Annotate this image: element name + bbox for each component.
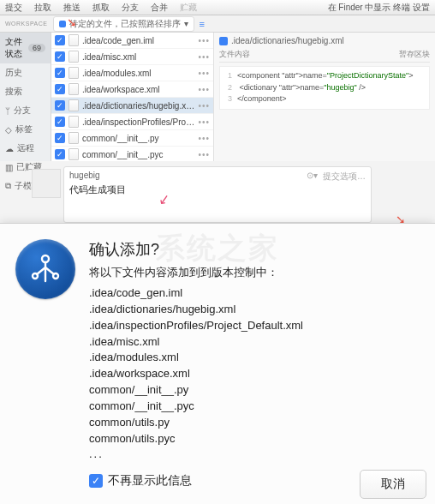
file-row[interactable]: ✓common/__init__.pyc•••	[51, 147, 213, 161]
menubar-right[interactable]: 在 Finder 中显示 终端 设置	[328, 2, 430, 14]
dialog-file-item: common/utils.pyc	[89, 431, 420, 447]
dialog-file-item: common/__init__.py	[89, 382, 420, 399]
more-icon[interactable]: •••	[198, 101, 210, 111]
avatar	[32, 169, 61, 198]
sidebar-item-label: 文件状态	[5, 36, 25, 60]
file-icon	[69, 116, 79, 128]
svg-point-3	[33, 273, 38, 279]
checkbox-icon[interactable]: ✓	[55, 133, 65, 143]
more-icon[interactable]: •••	[198, 52, 210, 62]
commit-box: hugebig 代码生成项目 ⊙▾ 提交选项… ↙	[63, 166, 372, 223]
cloud-icon: ☁	[5, 144, 14, 153]
menu-merge[interactable]: 合并	[151, 2, 168, 14]
sidebar-item-history[interactable]: 历史	[0, 63, 51, 82]
sidebar-item-label: 搜索	[5, 86, 22, 98]
dialog-file-item: common/utils.py	[89, 415, 420, 431]
svg-point-5	[53, 273, 58, 279]
preview-tab[interactable]: .idea/dictionaries/hugebig.xml	[219, 36, 430, 45]
preview-tab-label: .idea/dictionaries/hugebig.xml	[231, 36, 344, 45]
file-row[interactable]: ✓.idea/dictionaries/hugebig.xml•••	[51, 98, 213, 114]
checkbox-icon[interactable]: ✓	[55, 68, 65, 78]
dialog-file-item: .idea/code_gen.iml	[89, 285, 420, 302]
checkbox-icon[interactable]: ✓	[55, 117, 65, 127]
menu-push[interactable]: 推送	[63, 2, 80, 14]
annotation-arrow-top: ➘	[67, 15, 77, 29]
more-icon[interactable]: •••	[198, 150, 210, 159]
checkbox-icon[interactable]: ✓	[55, 149, 65, 159]
svg-line-2	[37, 267, 45, 274]
tag-icon: ◇	[5, 125, 12, 135]
filter-icon[interactable]: ≡	[200, 19, 205, 29]
preview-left-label: 文件内容	[219, 49, 250, 60]
menu-branch[interactable]: 分支	[122, 2, 139, 14]
chevron-down-icon: ▾	[184, 19, 188, 28]
dialog-title: 确认添加?	[89, 239, 420, 260]
checkbox-icon[interactable]: ✓	[55, 35, 65, 45]
dialog-file-item: .idea/modules.xml	[89, 350, 420, 366]
file-name: .idea/modules.xml	[82, 69, 194, 78]
file-name: .idea/dictionaries/hugebig.xml	[82, 101, 194, 111]
preview-pane: .idea/dictionaries/hugebig.xml 文件内容 暂存区块…	[214, 33, 435, 161]
workspace-label: WORKSPACE	[5, 21, 48, 27]
file-icon	[69, 51, 79, 63]
more-icon[interactable]: •••	[198, 117, 210, 127]
file-row[interactable]: ✓.idea/misc.xml•••	[51, 49, 213, 65]
dialog-ellipsis: ...	[89, 447, 420, 463]
commit-options[interactable]: 提交选项…	[323, 171, 366, 183]
confirm-add-dialog: 系统之家 确认添加? 将以下文件内容添加到到版本控制中： .idea/code_…	[0, 223, 435, 504]
checkbox-icon[interactable]: ✓	[55, 84, 65, 94]
dialog-file-item: .idea/workspace.xml	[89, 366, 420, 382]
more-icon[interactable]: •••	[198, 36, 210, 45]
sidebar-item-remote[interactable]: ☁远程	[0, 139, 51, 158]
menubar: 提交 拉取 推送 抓取 分支 合并 贮藏 在 Finder 中显示 终端 设置	[0, 0, 435, 15]
file-icon	[69, 67, 79, 79]
menu-commit[interactable]: 提交	[5, 2, 22, 14]
sidebar-item-branch[interactable]: ᛘ分支	[0, 101, 51, 120]
dialog-file-item: .idea/dictionaries/hugebig.xml	[89, 302, 420, 318]
menu-stash[interactable]: 贮藏	[180, 2, 197, 14]
file-row[interactable]: ✓.idea/modules.xml•••	[51, 65, 213, 81]
sidebar-item-label: 分支	[14, 105, 31, 117]
sidebar-item-filestatus[interactable]: 文件状态 69	[0, 33, 51, 63]
dialog-file-item: .idea/inspectionProfiles/Project_Default…	[89, 318, 420, 334]
file-name: .idea/code_gen.iml	[82, 36, 194, 45]
dialog-cancel-button[interactable]: 取消	[360, 470, 426, 499]
menu-pull[interactable]: 拉取	[34, 2, 51, 14]
file-row[interactable]: ✓.idea/inspectionProfiles/Project_Defaul…	[51, 114, 213, 130]
menu-fetch[interactable]: 抓取	[92, 2, 110, 14]
dialog-file-list: .idea/code_gen.iml.idea/dictionaries/hug…	[89, 285, 420, 447]
file-name: common/__init__.py	[82, 134, 194, 143]
checkbox-icon[interactable]: ✓	[55, 100, 65, 111]
file-row[interactable]: ✓.idea/code_gen.iml•••	[51, 33, 213, 49]
file-row[interactable]: ✓.idea/workspace.xml•••	[51, 81, 213, 98]
dialog-file-item: .idea/misc.xml	[89, 334, 420, 351]
branch-icon: ᛘ	[5, 106, 10, 116]
svg-line-4	[45, 267, 54, 274]
sidebar-item-label: 历史	[5, 67, 22, 79]
file-row[interactable]: ✓common/__init__.py•••	[51, 130, 213, 147]
file-name: .idea/inspectionProfiles/Project_Default…	[82, 117, 194, 127]
dialog-message: 将以下文件内容添加到到版本控制中：	[89, 265, 420, 280]
file-icon	[69, 148, 79, 160]
sidebar: 文件状态 69 历史 搜索 ᛘ分支 ◇标签 ☁远程 ▥已贮藏 ⧉子模块	[0, 33, 51, 161]
sidebar-item-search[interactable]: 搜索	[0, 82, 51, 101]
commit-extra-icon[interactable]: ⊙▾	[307, 171, 318, 183]
sidebar-badge: 69	[28, 44, 45, 52]
commit-message-input[interactable]: 代码生成项目	[64, 183, 371, 196]
svg-point-0	[42, 255, 49, 262]
more-icon[interactable]: •••	[198, 69, 210, 78]
file-icon	[69, 132, 79, 144]
checkbox-checked-icon[interactable]: ✓	[89, 474, 103, 488]
status-checkbox-icon	[59, 21, 66, 27]
code-preview: 1<component "attr">name="ProjectDictiona…	[219, 66, 430, 110]
checkbox-icon[interactable]: ✓	[55, 51, 65, 62]
dialog-file-item: common/__init__.pyc	[89, 399, 420, 415]
more-icon[interactable]: •••	[198, 85, 210, 94]
more-icon[interactable]: •••	[198, 134, 210, 143]
sourcetree-logo-icon	[15, 239, 75, 299]
file-name: .idea/workspace.xml	[82, 85, 194, 94]
file-icon	[69, 99, 79, 111]
file-icon	[69, 34, 79, 46]
sidebar-item-tag[interactable]: ◇标签	[0, 120, 51, 139]
preview-right-label[interactable]: 暂存区块	[399, 49, 430, 60]
